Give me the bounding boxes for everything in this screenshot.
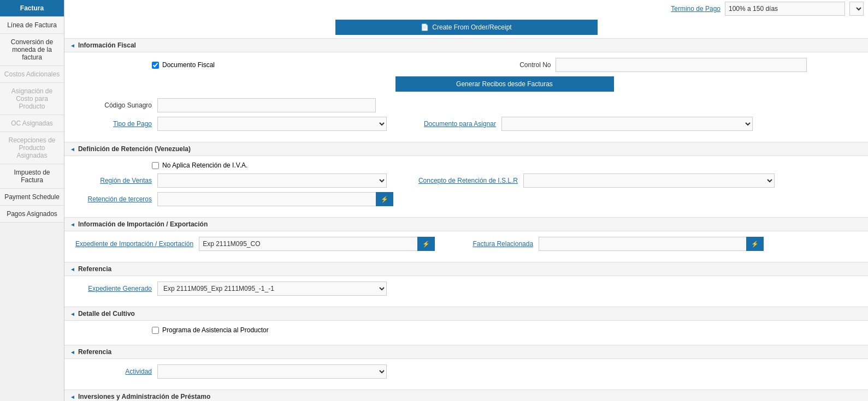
tipo-pago-label[interactable]: Tipo de Pago xyxy=(75,120,152,128)
documento-asignar-select[interactable] xyxy=(501,117,753,131)
retencion-terceros-field: ⚡ xyxy=(157,192,393,206)
retencion-terceros-lookup-button[interactable]: ⚡ xyxy=(376,192,393,206)
factura-relacionada-input[interactable] xyxy=(539,237,746,251)
documento-fiscal-row: Documento Fiscal Control No xyxy=(75,58,857,72)
sidebar-item-conversion[interactable]: Conversión de moneda de la factura xyxy=(0,34,64,66)
region-ventas-label[interactable]: Región de Ventas xyxy=(75,177,152,184)
sidebar-item-oc: OC Asignadas xyxy=(0,115,64,132)
referencia-form: Expediente Generado Exp 2111M095_Exp 211… xyxy=(64,276,868,306)
inversiones-section: ◄ Inversiones y Administración de Présta… xyxy=(64,390,868,401)
documento-fiscal-checkbox[interactable] xyxy=(152,62,159,69)
sidebar-item-pagos-asignados[interactable]: Pagos Asignados xyxy=(0,206,64,223)
expediente-generado-select[interactable]: Exp 2111M095_Exp 2111M095_-1_-1 xyxy=(157,282,387,296)
main-content: Termino de Pago ▼ 📄 Create From Order/Re… xyxy=(64,0,868,401)
concepto-retencion-label[interactable]: Concepto de Retención de I.S.L.R xyxy=(409,177,518,184)
codigo-sunagro-input[interactable] xyxy=(157,98,376,112)
cultivo-form: Programa de Asistencia al Productor xyxy=(64,321,868,344)
termino-pago-row: Termino de Pago ▼ xyxy=(64,0,868,17)
referencia2-arrow-icon: ◄ xyxy=(70,349,75,355)
retencion-terceros-row: Retención de terceros ⚡ xyxy=(75,192,857,206)
expediente-lookup-button[interactable]: ⚡ xyxy=(417,237,435,251)
actividad-label[interactable]: Actividad xyxy=(75,368,152,375)
documento-asignar-label[interactable]: Documento para Asignar xyxy=(409,120,496,128)
tipo-pago-row: Tipo de Pago Documento para Asignar xyxy=(75,117,857,131)
documento-fiscal-label: Documento Fiscal xyxy=(162,61,215,69)
programa-label: Programa de Asistencia al Productor xyxy=(162,326,269,334)
control-no-input[interactable] xyxy=(556,58,807,72)
referencia-arrow-icon: ◄ xyxy=(70,266,75,272)
referencia-section-header: ◄ Referencia xyxy=(64,262,868,276)
termino-pago-label[interactable]: Termino de Pago xyxy=(671,5,721,13)
inversiones-arrow-icon: ◄ xyxy=(70,394,75,400)
sidebar-item-payment-schedule[interactable]: Payment Schedule xyxy=(0,189,64,206)
expediente-input[interactable] xyxy=(199,237,417,251)
factura-relacionada-lookup-button[interactable]: ⚡ xyxy=(746,237,764,251)
no-aplica-row: No Aplica Retención de I.V.A. xyxy=(75,161,857,169)
no-aplica-checkbox[interactable] xyxy=(152,162,159,169)
no-aplica-label: No Aplica Retención de I.V.A. xyxy=(162,161,247,169)
retencion-section-header: ◄ Definición de Retención (Venezuela) xyxy=(64,142,868,156)
factura-relacionada-label[interactable]: Factura Relacionada xyxy=(457,240,533,248)
region-concepto-row: Región de Ventas Concepto de Retención d… xyxy=(75,173,857,188)
fiscal-form: Documento Fiscal Control No Generar Reci… xyxy=(64,52,868,141)
actividad-row: Actividad xyxy=(75,364,857,379)
termino-pago-input[interactable] xyxy=(725,2,845,16)
referencia-section: ◄ Referencia Expediente Generado Exp 211… xyxy=(64,262,868,306)
top-buttons-area: 📄 Create From Order/Receipt xyxy=(64,17,868,38)
tipo-pago-select[interactable] xyxy=(157,117,387,131)
retencion-arrow-icon: ◄ xyxy=(70,146,75,152)
factura-relacionada-field: ⚡ xyxy=(539,237,764,251)
termino-pago-select[interactable]: ▼ xyxy=(849,2,864,16)
cultivo-section-header: ◄ Detalle del Cultivo xyxy=(64,307,868,321)
actividad-select[interactable] xyxy=(157,364,387,379)
retencion-terceros-label[interactable]: Retención de terceros xyxy=(75,195,152,203)
document-icon: 📄 xyxy=(421,23,429,31)
importacion-section-header: ◄ Información de Importación / Exportaci… xyxy=(64,217,868,231)
fiscal-section: ◄ Información Fiscal Documento Fiscal Co… xyxy=(64,38,868,141)
concepto-retencion-select[interactable] xyxy=(523,173,775,188)
programa-row: Programa de Asistencia al Productor xyxy=(75,326,857,334)
create-from-order-button[interactable]: 📄 Create From Order/Receipt xyxy=(335,20,598,35)
expediente-generado-row: Expediente Generado Exp 2111M095_Exp 211… xyxy=(75,282,857,296)
expediente-label[interactable]: Expediente de Importación / Exportación xyxy=(75,240,193,248)
expediente-field: ⚡ xyxy=(199,237,435,251)
retencion-terceros-input[interactable] xyxy=(157,192,376,206)
codigo-sunagro-label: Código Sunagro xyxy=(75,101,152,109)
importacion-arrow-icon: ◄ xyxy=(70,222,75,228)
referencia2-section-header: ◄ Referencia xyxy=(64,345,868,359)
cultivo-section: ◄ Detalle del Cultivo Programa de Asiste… xyxy=(64,307,868,344)
referencia2-form: Actividad xyxy=(64,359,868,388)
codigo-sunagro-row: Código Sunagro xyxy=(75,98,857,112)
retencion-section: ◄ Definición de Retención (Venezuela) No… xyxy=(64,142,868,216)
cultivo-arrow-icon: ◄ xyxy=(70,311,75,317)
sidebar: Factura Línea de Factura Conversión de m… xyxy=(0,0,64,401)
generar-recibos-button[interactable]: Generar Recibos desde Facturas xyxy=(395,76,614,92)
sidebar-item-factura[interactable]: Factura xyxy=(0,0,64,17)
fiscal-arrow-icon: ◄ xyxy=(70,43,75,49)
control-no-label: Control No xyxy=(507,61,551,69)
programa-checkbox[interactable] xyxy=(152,327,159,334)
expediente-generado-label[interactable]: Expediente Generado xyxy=(75,285,152,292)
referencia2-section: ◄ Referencia Actividad xyxy=(64,345,868,388)
expediente-row: Expediente de Importación / Exportación … xyxy=(75,237,857,251)
sidebar-item-impuesto[interactable]: Impuesto de Factura xyxy=(0,164,64,189)
sidebar-item-linea-factura[interactable]: Línea de Factura xyxy=(0,17,64,34)
sidebar-item-recepciones: Recepciones de Producto Asignadas xyxy=(0,132,64,164)
inversiones-section-header: ◄ Inversiones y Administración de Présta… xyxy=(64,390,868,401)
region-ventas-select[interactable] xyxy=(157,173,387,188)
importacion-form: Expediente de Importación / Exportación … xyxy=(64,231,868,261)
importacion-section: ◄ Información de Importación / Exportaci… xyxy=(64,217,868,261)
fiscal-section-header: ◄ Información Fiscal xyxy=(64,38,868,52)
retencion-form: No Aplica Retención de I.V.A. Región de … xyxy=(64,156,868,216)
sidebar-item-asignacion: Asignación de Costo para Producto xyxy=(0,83,64,115)
generar-recibos-row: Generar Recibos desde Facturas xyxy=(75,76,857,94)
sidebar-item-costos: Costos Adicionales xyxy=(0,66,64,83)
